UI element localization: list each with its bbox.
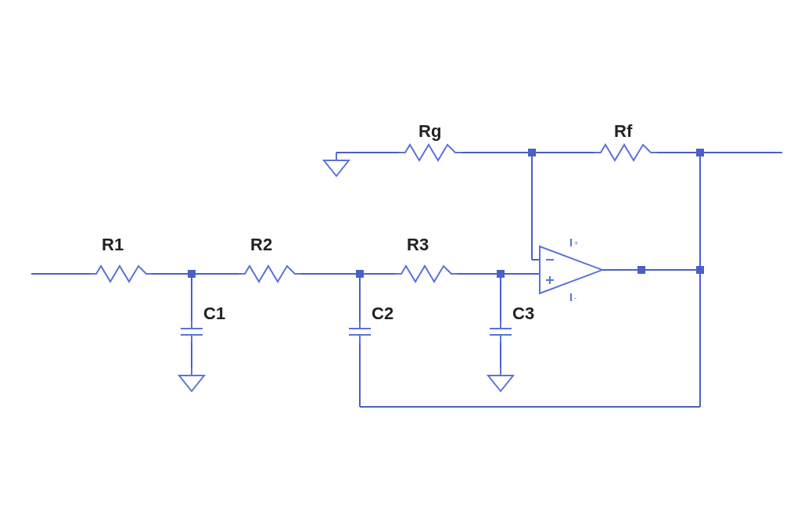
resistor-r2 [239, 266, 301, 282]
label-r2: R2 [250, 235, 272, 254]
resistor-rg [399, 145, 462, 160]
svg-text:-: - [574, 294, 577, 302]
op-amp: + - [540, 239, 602, 302]
resistor-r1 [90, 266, 153, 282]
label-rg: Rg [418, 121, 441, 141]
label-r3: R3 [407, 235, 429, 254]
ground-rg [324, 153, 349, 176]
capacitor-c2 [349, 321, 371, 343]
ground-c1 [179, 368, 204, 391]
resistor-r3 [395, 266, 458, 282]
label-r1: R1 [102, 235, 124, 254]
capacitor-c3 [490, 321, 512, 343]
svg-text:+: + [574, 239, 578, 247]
circuit-schematic: R1 R2 R3 C1 C2 C3 Rg R [0, 0, 801, 532]
label-rf: Rf [614, 121, 633, 141]
resistor-rf [594, 145, 657, 160]
label-c3: C3 [512, 304, 534, 323]
svg-marker-28 [540, 246, 602, 293]
ground-c3 [488, 368, 513, 391]
label-c1: C1 [203, 304, 225, 323]
label-c2: C2 [372, 304, 393, 323]
capacitor-c1 [181, 321, 203, 343]
